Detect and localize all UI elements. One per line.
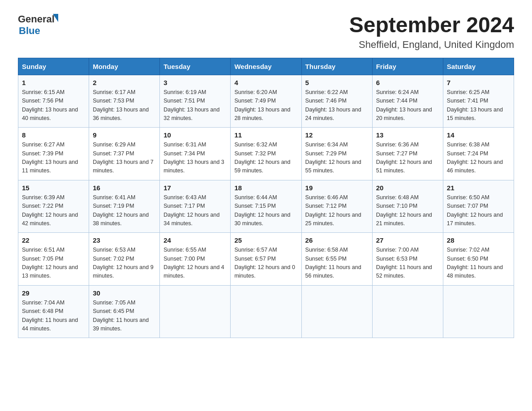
calendar-cell: [301, 285, 372, 338]
weekday-header-wednesday: Wednesday: [231, 58, 301, 75]
day-info: Sunrise: 6:36 AMSunset: 7:27 PMDaylight:…: [376, 141, 439, 176]
day-number: 20: [376, 184, 439, 192]
logo: General Blue: [18, 13, 58, 37]
calendar-cell: 15 Sunrise: 6:39 AMSunset: 7:22 PMDaylig…: [18, 180, 89, 233]
month-title: September 2024: [349, 13, 514, 37]
day-info: Sunrise: 7:02 AMSunset: 6:50 PMDaylight:…: [447, 246, 510, 281]
day-number: 28: [447, 236, 510, 244]
week-row-5: 29 Sunrise: 7:04 AMSunset: 6:48 PMDaylig…: [18, 285, 514, 338]
day-info: Sunrise: 6:24 AMSunset: 7:44 PMDaylight:…: [376, 88, 439, 123]
calendar-cell: [160, 285, 231, 338]
title-block: September 2024 Sheffield, England, Unite…: [349, 13, 514, 51]
weekday-header-tuesday: Tuesday: [160, 58, 231, 75]
day-number: 8: [22, 131, 85, 139]
day-number: 7: [447, 79, 510, 86]
calendar-cell: [231, 285, 301, 338]
day-info: Sunrise: 6:38 AMSunset: 7:24 PMDaylight:…: [447, 141, 510, 176]
calendar-cell: 22 Sunrise: 6:51 AMSunset: 7:05 PMDaylig…: [18, 233, 89, 286]
calendar-cell: 11 Sunrise: 6:32 AMSunset: 7:32 PMDaylig…: [231, 128, 301, 180]
logo-triangle-icon: [53, 14, 58, 22]
calendar-cell: 16 Sunrise: 6:41 AMSunset: 7:19 PMDaylig…: [89, 180, 160, 233]
day-info: Sunrise: 6:50 AMSunset: 7:07 PMDaylight:…: [447, 193, 510, 228]
calendar-cell: 17 Sunrise: 6:43 AMSunset: 7:17 PMDaylig…: [160, 180, 231, 233]
day-info: Sunrise: 6:39 AMSunset: 7:22 PMDaylight:…: [22, 193, 85, 228]
calendar-cell: [443, 285, 514, 338]
day-number: 21: [447, 184, 510, 192]
weekday-header-friday: Friday: [372, 58, 443, 75]
day-info: Sunrise: 6:32 AMSunset: 7:32 PMDaylight:…: [234, 141, 297, 176]
day-number: 19: [305, 184, 369, 192]
calendar-cell: 30 Sunrise: 7:05 AMSunset: 6:45 PMDaylig…: [89, 285, 160, 338]
weekday-header-sunday: Sunday: [18, 58, 89, 75]
weekday-header-thursday: Thursday: [301, 58, 372, 75]
calendar-cell: 13 Sunrise: 6:36 AMSunset: 7:27 PMDaylig…: [372, 128, 443, 180]
calendar-cell: 8 Sunrise: 6:27 AMSunset: 7:39 PMDayligh…: [18, 128, 89, 180]
weekday-header-monday: Monday: [89, 58, 160, 75]
day-number: 23: [93, 236, 156, 244]
day-info: Sunrise: 6:22 AMSunset: 7:46 PMDaylight:…: [305, 88, 369, 123]
day-number: 10: [163, 131, 227, 139]
calendar-cell: 4 Sunrise: 6:20 AMSunset: 7:49 PMDayligh…: [231, 75, 301, 128]
calendar-cell: 25 Sunrise: 6:57 AMSunset: 6:57 PMDaylig…: [231, 233, 301, 286]
page-header: General Blue September 2024 Sheffield, E…: [18, 13, 514, 51]
day-info: Sunrise: 6:20 AMSunset: 7:49 PMDaylight:…: [234, 88, 297, 123]
week-row-3: 15 Sunrise: 6:39 AMSunset: 7:22 PMDaylig…: [18, 180, 514, 233]
day-number: 14: [447, 131, 510, 139]
day-number: 16: [93, 184, 156, 192]
day-info: Sunrise: 6:48 AMSunset: 7:10 PMDaylight:…: [376, 193, 439, 228]
day-number: 12: [305, 131, 369, 139]
calendar-cell: 23 Sunrise: 6:53 AMSunset: 7:02 PMDaylig…: [89, 233, 160, 286]
day-number: 9: [93, 131, 156, 139]
calendar-cell: 20 Sunrise: 6:48 AMSunset: 7:10 PMDaylig…: [372, 180, 443, 233]
calendar-cell: 7 Sunrise: 6:25 AMSunset: 7:41 PMDayligh…: [443, 75, 514, 128]
day-number: 25: [234, 236, 297, 244]
day-number: 4: [234, 79, 297, 86]
week-row-4: 22 Sunrise: 6:51 AMSunset: 7:05 PMDaylig…: [18, 233, 514, 286]
location-title: Sheffield, England, United Kingdom: [349, 39, 514, 51]
day-number: 11: [234, 131, 297, 139]
day-info: Sunrise: 6:29 AMSunset: 7:37 PMDaylight:…: [93, 141, 156, 176]
day-number: 18: [234, 184, 297, 192]
day-info: Sunrise: 7:04 AMSunset: 6:48 PMDaylight:…: [22, 299, 85, 334]
day-number: 6: [376, 79, 439, 86]
calendar-cell: 1 Sunrise: 6:15 AMSunset: 7:56 PMDayligh…: [18, 75, 89, 128]
day-info: Sunrise: 6:27 AMSunset: 7:39 PMDaylight:…: [22, 141, 85, 176]
day-info: Sunrise: 6:19 AMSunset: 7:51 PMDaylight:…: [163, 88, 227, 123]
weekday-header-row: SundayMondayTuesdayWednesdayThursdayFrid…: [18, 58, 514, 75]
day-info: Sunrise: 6:31 AMSunset: 7:34 PMDaylight:…: [163, 141, 227, 176]
day-number: 15: [22, 184, 85, 192]
calendar-cell: 26 Sunrise: 6:58 AMSunset: 6:55 PMDaylig…: [301, 233, 372, 286]
day-info: Sunrise: 6:46 AMSunset: 7:12 PMDaylight:…: [305, 193, 369, 228]
calendar-cell: 10 Sunrise: 6:31 AMSunset: 7:34 PMDaylig…: [160, 128, 231, 180]
day-number: 27: [376, 236, 439, 244]
week-row-2: 8 Sunrise: 6:27 AMSunset: 7:39 PMDayligh…: [18, 128, 514, 180]
week-row-1: 1 Sunrise: 6:15 AMSunset: 7:56 PMDayligh…: [18, 75, 514, 128]
day-number: 2: [93, 79, 156, 86]
day-info: Sunrise: 6:55 AMSunset: 7:00 PMDaylight:…: [163, 246, 227, 281]
logo-general-text: General: [18, 13, 55, 25]
calendar-cell: 18 Sunrise: 6:44 AMSunset: 7:15 PMDaylig…: [231, 180, 301, 233]
calendar-cell: 2 Sunrise: 6:17 AMSunset: 7:53 PMDayligh…: [89, 75, 160, 128]
calendar-cell: 6 Sunrise: 6:24 AMSunset: 7:44 PMDayligh…: [372, 75, 443, 128]
day-info: Sunrise: 6:51 AMSunset: 7:05 PMDaylight:…: [22, 246, 85, 281]
day-number: 13: [376, 131, 439, 139]
weekday-header-saturday: Saturday: [443, 58, 514, 75]
day-info: Sunrise: 6:43 AMSunset: 7:17 PMDaylight:…: [163, 193, 227, 228]
calendar-cell: 29 Sunrise: 7:04 AMSunset: 6:48 PMDaylig…: [18, 285, 89, 338]
calendar-cell: 24 Sunrise: 6:55 AMSunset: 7:00 PMDaylig…: [160, 233, 231, 286]
day-number: 1: [22, 79, 85, 86]
day-number: 22: [22, 236, 85, 244]
day-number: 5: [305, 79, 369, 86]
day-info: Sunrise: 6:41 AMSunset: 7:19 PMDaylight:…: [93, 193, 156, 228]
calendar-cell: 14 Sunrise: 6:38 AMSunset: 7:24 PMDaylig…: [443, 128, 514, 180]
day-number: 24: [163, 236, 227, 244]
day-number: 26: [305, 236, 369, 244]
calendar-cell: 9 Sunrise: 6:29 AMSunset: 7:37 PMDayligh…: [89, 128, 160, 180]
day-number: 30: [93, 289, 156, 297]
day-info: Sunrise: 7:05 AMSunset: 6:45 PMDaylight:…: [93, 299, 156, 334]
day-info: Sunrise: 7:00 AMSunset: 6:53 PMDaylight:…: [376, 246, 439, 281]
day-info: Sunrise: 6:25 AMSunset: 7:41 PMDaylight:…: [447, 88, 510, 123]
day-info: Sunrise: 6:58 AMSunset: 6:55 PMDaylight:…: [305, 246, 369, 281]
calendar-cell: 27 Sunrise: 7:00 AMSunset: 6:53 PMDaylig…: [372, 233, 443, 286]
day-info: Sunrise: 6:15 AMSunset: 7:56 PMDaylight:…: [22, 88, 85, 123]
